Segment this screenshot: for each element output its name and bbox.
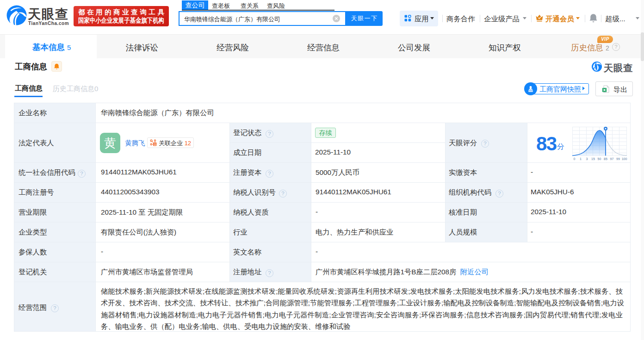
svg-text:97: 97 (610, 157, 614, 161)
svg-text:1: 1 (580, 157, 582, 161)
svg-text:99: 99 (616, 157, 620, 161)
svg-text:100: 100 (622, 157, 627, 161)
svg-text:85: 85 (604, 157, 607, 161)
svg-text:企: 企 (154, 142, 157, 146)
svg-text:3: 3 (586, 157, 588, 161)
svg-text:50: 50 (598, 157, 601, 161)
svg-text:15: 15 (591, 157, 595, 161)
svg-text:国家中小企业发展子基金旗下机构: 国家中小企业发展子基金旗下机构 (78, 17, 164, 24)
svg-text:0: 0 (574, 157, 576, 161)
svg-text:都在用的商业查询工具: 都在用的商业查询工具 (78, 8, 165, 16)
